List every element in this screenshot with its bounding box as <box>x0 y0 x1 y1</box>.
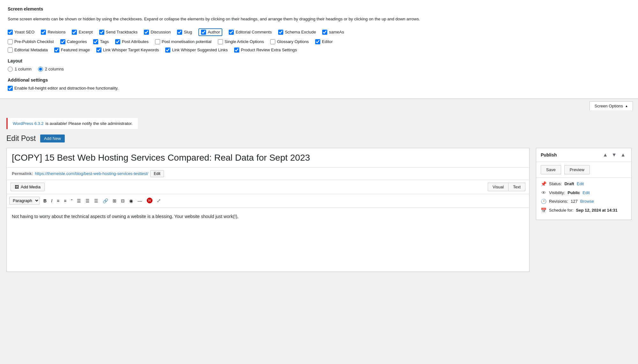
paragraph-select[interactable]: Paragraph <box>9 197 40 205</box>
preview-button[interactable]: Preview <box>564 165 590 174</box>
align-left-button[interactable]: ☰ <box>75 197 83 204</box>
link-button[interactable]: 🔗 <box>101 197 110 204</box>
checkbox-author-input[interactable] <box>201 30 206 35</box>
checkbox-sameas[interactable]: sameAs <box>322 30 344 35</box>
checkbox-link-whisper-target-input[interactable] <box>96 47 101 53</box>
permalink-url[interactable]: https://themeisle.com/blog/best-web-host… <box>35 171 148 176</box>
checkbox-send-trackbacks-input[interactable] <box>99 30 104 35</box>
align-right-button[interactable]: ☰ <box>92 197 100 204</box>
bullet-list-button[interactable]: ≡ <box>55 197 61 204</box>
checkbox-product-review-input[interactable] <box>234 47 239 53</box>
checkbox-editorial-comments-input[interactable] <box>229 30 234 35</box>
checkbox-single-article-options-input[interactable] <box>218 39 223 44</box>
checkbox-discussion-input[interactable] <box>144 30 149 35</box>
checkbox-pre-publish-input[interactable] <box>8 39 13 44</box>
checkbox-sameas-input[interactable] <box>322 30 327 35</box>
checkbox-tags[interactable]: Tags <box>93 39 108 44</box>
tab-text[interactable]: Text <box>508 183 525 191</box>
layout-one-column-input[interactable] <box>8 67 13 72</box>
minus-button[interactable]: — <box>136 197 144 204</box>
checkbox-yoast-seo[interactable]: Yoast SEO <box>8 30 34 35</box>
checkbox-post-attributes-input[interactable] <box>115 39 120 44</box>
add-new-button[interactable]: Add New <box>40 135 65 142</box>
expand-button[interactable]: ⤢ <box>155 197 162 205</box>
chart-button[interactable]: ◉ <box>127 197 135 204</box>
checkbox-editorial-metadata-label: Editorial Metadata <box>14 47 48 52</box>
checkbox-editor-input[interactable] <box>315 39 320 44</box>
checkbox-slug-input[interactable] <box>177 30 182 35</box>
checkbox-editor-label: Editor <box>322 39 333 44</box>
grid-button[interactable]: ⊟ <box>119 197 127 204</box>
additional-settings-title: Additional settings <box>8 77 630 83</box>
checkbox-glossary-options-input[interactable] <box>270 39 275 44</box>
checkbox-full-height-editor-input[interactable] <box>8 86 13 91</box>
layout-one-column[interactable]: 1 column <box>8 67 32 72</box>
checkbox-row-3: Editorial Metadata Featured image Link W… <box>8 47 630 53</box>
checkbox-slug[interactable]: Slug <box>177 30 192 35</box>
save-button[interactable]: Save <box>541 165 561 174</box>
checkbox-link-whisper-suggested[interactable]: Link Whisper Suggested Links <box>165 47 228 53</box>
view-tabs: Visual Text <box>488 183 525 191</box>
numbered-list-button[interactable]: ≡ <box>62 197 68 204</box>
blockquote-button[interactable]: " <box>69 197 74 204</box>
grid-icon: ⊟ <box>121 198 125 203</box>
add-media-button[interactable]: 🖼 Add Media <box>11 183 45 191</box>
screen-options-button[interactable]: Screen Options <box>590 101 633 110</box>
checkbox-editorial-comments[interactable]: Editorial Comments <box>229 30 271 35</box>
italic-button[interactable]: I <box>49 197 54 204</box>
layout-two-columns-input[interactable] <box>38 67 43 72</box>
collapse-down-button[interactable]: ▼ <box>610 151 618 158</box>
permalink-edit-button[interactable]: Edit <box>150 170 164 177</box>
wp-icon: W <box>146 197 153 204</box>
checkbox-yoast-seo-input[interactable] <box>8 30 13 35</box>
checkbox-link-whisper-suggested-input[interactable] <box>165 47 170 53</box>
checkbox-featured-image[interactable]: Featured image <box>54 47 90 53</box>
checkbox-product-review[interactable]: Product Review Extra Settings <box>234 47 297 53</box>
checkbox-tags-input[interactable] <box>93 39 98 44</box>
close-publish-button[interactable]: ▲ <box>619 151 627 158</box>
tab-visual[interactable]: Visual <box>488 183 508 191</box>
checkbox-glossary-options[interactable]: Glossary Options <box>270 39 309 44</box>
checkbox-single-article-options[interactable]: Single Article Options <box>218 39 264 44</box>
revisions-browse-link[interactable]: Browse <box>580 199 594 204</box>
visibility-edit-link[interactable]: Edit <box>582 190 590 195</box>
checkbox-full-height-editor[interactable]: Enable full-height editor and distractio… <box>8 86 630 91</box>
bold-button[interactable]: B <box>41 197 48 204</box>
checkbox-send-trackbacks[interactable]: Send Trackbacks <box>99 30 138 35</box>
publish-box-title: Publish <box>541 152 557 157</box>
wordpress-update-link[interactable]: WordPress 6.3.2 <box>13 121 44 126</box>
checkbox-post-attributes[interactable]: Post Attributes <box>115 39 149 44</box>
checkbox-author[interactable]: Author <box>198 28 222 36</box>
checkbox-categories-input[interactable] <box>60 39 65 44</box>
checkbox-excerpt[interactable]: Excerpt <box>72 30 93 35</box>
editor-content-area[interactable]: Not having to worry about the technical … <box>7 208 529 272</box>
checkbox-post-monetisation[interactable]: Post monetisation potential <box>155 39 211 44</box>
align-center-icon: ☰ <box>85 198 90 203</box>
checkbox-post-monetisation-input[interactable] <box>155 39 160 44</box>
publish-header-btns: ▲ ▼ ▲ <box>601 151 627 158</box>
layout-two-columns[interactable]: 2 columns <box>38 67 64 72</box>
checkbox-revisions[interactable]: Revisions <box>41 30 65 35</box>
collapse-up-button[interactable]: ▲ <box>601 151 609 158</box>
align-center-button[interactable]: ☰ <box>84 197 92 204</box>
post-title-input[interactable] <box>7 148 529 168</box>
checkbox-schema-exclude-input[interactable] <box>278 30 283 35</box>
checkbox-glossary-options-label: Glossary Options <box>277 39 309 44</box>
checkbox-editor[interactable]: Editor <box>315 39 333 44</box>
checkbox-featured-image-input[interactable] <box>54 47 59 53</box>
visibility-value: Public <box>568 190 580 195</box>
wp-button[interactable]: W <box>145 196 155 206</box>
status-edit-link[interactable]: Edit <box>577 181 584 186</box>
checkbox-schema-exclude[interactable]: Schema Exclude <box>278 30 316 35</box>
checkbox-editorial-metadata[interactable]: Editorial Metadata <box>8 47 48 53</box>
checkbox-row-1: Yoast SEO Revisions Excerpt Send Trackba… <box>8 28 630 36</box>
checkbox-categories[interactable]: Categories <box>60 39 87 44</box>
checkbox-link-whisper-target[interactable]: Link Whisper Target Keywords <box>96 47 159 53</box>
checkbox-discussion[interactable]: Discussion <box>144 30 171 35</box>
table-button[interactable]: ⊞ <box>111 197 118 204</box>
checkbox-editorial-metadata-input[interactable] <box>8 47 13 53</box>
checkbox-revisions-input[interactable] <box>41 30 46 35</box>
checkbox-send-trackbacks-label: Send Trackbacks <box>106 30 138 34</box>
checkbox-pre-publish[interactable]: Pre-Publish Checklist <box>8 39 54 44</box>
checkbox-excerpt-input[interactable] <box>72 30 77 35</box>
